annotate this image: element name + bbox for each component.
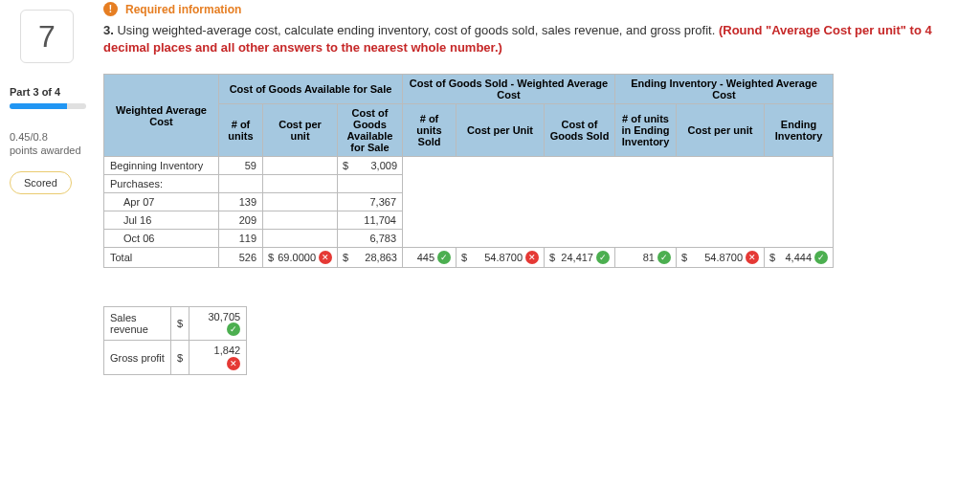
sales-revenue-cell[interactable]: 30,705 ✓ bbox=[189, 307, 247, 341]
check-icon: ✓ bbox=[437, 251, 451, 264]
cell-cpu[interactable]: $69.0000✕ bbox=[263, 248, 338, 268]
info-icon: ! bbox=[103, 2, 118, 16]
row-label: Apr 07 bbox=[104, 193, 219, 211]
cell-empty[interactable] bbox=[263, 211, 338, 230]
cell-empty[interactable] bbox=[263, 157, 338, 175]
cell-empty[interactable] bbox=[263, 193, 338, 211]
cell-units[interactable]: 59 bbox=[219, 157, 263, 175]
row-label: Purchases: bbox=[104, 175, 219, 193]
cell-empty[interactable] bbox=[219, 175, 263, 193]
points-awarded: 0.45/0.8 points awarded bbox=[6, 130, 88, 158]
points-value: 0.45/0.8 bbox=[10, 131, 48, 143]
cga-value: 28,863 bbox=[348, 252, 397, 263]
cell-units[interactable]: 209 bbox=[219, 211, 263, 230]
header-corner: Weighted Average Cost bbox=[104, 75, 219, 157]
end-units-value: 81 bbox=[620, 252, 655, 263]
question-number: 7 bbox=[20, 10, 74, 63]
row-label: Sales revenue bbox=[104, 307, 171, 341]
part-label: Part 3 of 4 bbox=[6, 86, 88, 98]
end-cpu-value: 54.8700 bbox=[687, 252, 743, 263]
check-icon: ✓ bbox=[227, 322, 240, 336]
wrong-icon: ✕ bbox=[525, 251, 539, 264]
header-group-2: Cost of Goods Sold - Weighted Average Co… bbox=[403, 75, 615, 104]
table-row-total: Total 526 $69.0000✕ $28,863 445✓ $54.870… bbox=[104, 248, 834, 268]
table-row: Beginning Inventory 59 $3,009 bbox=[104, 157, 834, 175]
cell-cga[interactable]: 6,783 bbox=[338, 230, 403, 248]
wrong-icon: ✕ bbox=[746, 251, 759, 264]
header-c5: Cost per Unit bbox=[457, 104, 545, 157]
cell-units[interactable]: 119 bbox=[219, 230, 263, 248]
header-c1: # of units bbox=[219, 104, 263, 157]
points-sub: points awarded bbox=[10, 144, 81, 156]
cell-empty[interactable] bbox=[338, 175, 403, 193]
row-label: Jul 16 bbox=[104, 211, 219, 230]
header-c9: Ending Inventory bbox=[765, 104, 834, 157]
progress-fill bbox=[10, 103, 67, 109]
header-c7: # of units in Ending Inventory bbox=[615, 104, 677, 157]
cell-cga[interactable]: 11,704 bbox=[338, 211, 403, 230]
progress-bar bbox=[10, 103, 86, 109]
check-icon: ✓ bbox=[814, 251, 828, 264]
table-row: Gross profit $ 1,842 ✕ bbox=[104, 341, 247, 374]
question-text: 3. Using weighted-average cost, calculat… bbox=[103, 22, 980, 56]
header-c3: Cost of Goods Available for Sale bbox=[338, 104, 403, 157]
cpu-value: 69.0000 bbox=[274, 252, 316, 263]
row-label: Oct 06 bbox=[104, 230, 219, 248]
main-table: Weighted Average Cost Cost of Goods Avai… bbox=[103, 74, 834, 268]
summary-table: Sales revenue $ 30,705 ✓ Gross profit $ … bbox=[103, 306, 247, 374]
cell-units[interactable]: 139 bbox=[219, 193, 263, 211]
gross-profit-cell[interactable]: 1,842 ✕ bbox=[189, 341, 247, 374]
required-label: Required information bbox=[125, 3, 241, 16]
sold-units-value: 445 bbox=[408, 252, 434, 263]
header-c4: # of units Sold bbox=[403, 104, 457, 157]
dollar-sign: $ bbox=[171, 341, 189, 374]
header-c8: Cost per unit bbox=[677, 104, 765, 157]
wrong-icon: ✕ bbox=[227, 357, 240, 370]
cell-cga: $28,863 bbox=[338, 248, 403, 268]
sales-revenue-value: 30,705 bbox=[208, 311, 240, 322]
cell-cga[interactable]: 7,367 bbox=[338, 193, 403, 211]
cga-value: 3,009 bbox=[348, 160, 397, 171]
cell-empty[interactable] bbox=[263, 230, 338, 248]
question-number-inline: 3. bbox=[103, 23, 117, 37]
cogs-value: 24,417 bbox=[555, 252, 593, 263]
check-icon: ✓ bbox=[657, 251, 671, 264]
gross-profit-value: 1,842 bbox=[214, 345, 241, 356]
header-c6: Cost of Goods Sold bbox=[545, 104, 615, 157]
row-label: Gross profit bbox=[104, 341, 171, 374]
check-icon: ✓ bbox=[596, 251, 610, 264]
cell-empty[interactable] bbox=[263, 175, 338, 193]
header-c2: Cost per unit bbox=[263, 104, 338, 157]
wrong-icon: ✕ bbox=[319, 251, 332, 264]
dollar-sign: $ bbox=[171, 307, 189, 341]
table-row: Sales revenue $ 30,705 ✓ bbox=[104, 307, 247, 341]
question-body: Using weighted-average cost, calculate e… bbox=[117, 23, 718, 37]
row-label: Beginning Inventory bbox=[104, 157, 219, 175]
part-label-text: Part 3 of 4 bbox=[10, 86, 60, 98]
end-inv-value: 4,444 bbox=[775, 252, 812, 263]
header-group-1: Cost of Goods Available for Sale bbox=[219, 75, 403, 104]
cell-units: 526 bbox=[219, 248, 263, 268]
row-label: Total bbox=[104, 248, 219, 268]
header-group-3: Ending Inventory - Weighted Average Cost bbox=[615, 75, 834, 104]
empty-region bbox=[403, 157, 834, 248]
cell-end-inv[interactable]: $4,444✓ bbox=[765, 248, 834, 268]
cell-cogs[interactable]: $24,417✓ bbox=[545, 248, 615, 268]
cell-sold-cpu[interactable]: $54.8700✕ bbox=[457, 248, 545, 268]
cell-cga[interactable]: $3,009 bbox=[338, 157, 403, 175]
cell-end-cpu[interactable]: $54.8700✕ bbox=[677, 248, 765, 268]
scored-button[interactable]: Scored bbox=[10, 171, 72, 194]
cell-sold-units[interactable]: 445✓ bbox=[403, 248, 457, 268]
cell-end-units[interactable]: 81✓ bbox=[615, 248, 677, 268]
sold-cpu-value: 54.8700 bbox=[467, 252, 523, 263]
